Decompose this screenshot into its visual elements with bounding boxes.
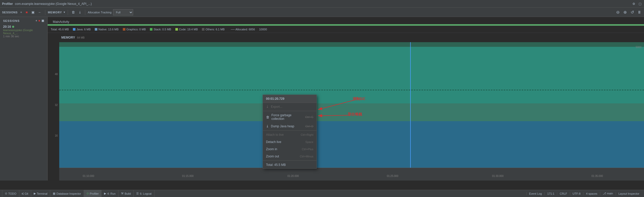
spaces-label: 4 spaces xyxy=(586,192,597,195)
status-layout-inspector[interactable]: Layout Inspector xyxy=(616,192,642,195)
context-menu-zoom-in[interactable]: Zoom in Ctrl+Plus xyxy=(263,146,316,153)
allocation-select[interactable]: Full Sampled None xyxy=(113,9,133,15)
run-icon: ▶ xyxy=(104,192,106,195)
status-todo[interactable]: ⊙ TODO xyxy=(2,190,19,197)
pause-icon[interactable]: ⏸ xyxy=(637,10,642,15)
session-item[interactable]: 20:16 learneassyjoke (Google Nexus_4_...… xyxy=(0,23,47,39)
export-button[interactable]: ⤓ xyxy=(78,10,82,15)
clone-button[interactable]: ▣ xyxy=(30,10,36,15)
todo-icon: ⊙ xyxy=(5,192,7,195)
green-activity-bar xyxy=(48,24,644,26)
java-label: Java: 6 MB xyxy=(76,28,91,31)
status-event-log[interactable]: Event Log xyxy=(526,192,545,195)
chart-top-strip xyxy=(59,42,644,47)
profile-area: MainActivity Total: 45.6 MB Java: 6 MB N… xyxy=(48,17,644,181)
context-divider-2 xyxy=(263,130,316,131)
run-label: 4: Run xyxy=(107,192,115,195)
context-menu-export[interactable]: ⤓ Export... xyxy=(263,103,316,110)
status-logcat[interactable]: ☰ 6: Logcat xyxy=(134,190,154,197)
right-label-5000: 5000 xyxy=(636,46,641,49)
title-bar: Profiler com.example.learneassyjoke (Goo… xyxy=(0,0,644,8)
context-divider-1 xyxy=(263,111,316,111)
graphics-label: Graphics: 0 MB xyxy=(126,28,146,31)
context-menu-attach[interactable]: Attach to live Ctrl+Right xyxy=(263,131,316,138)
build-label: Build xyxy=(125,192,131,195)
status-build[interactable]: ⚒ Build xyxy=(118,190,134,197)
separator-1 xyxy=(45,10,45,15)
tick-2: 01:15.000 xyxy=(182,175,194,177)
context-menu-dump[interactable]: ⤓ Dump Java heap Ctrl+D xyxy=(263,122,316,130)
status-position[interactable]: 171:1 xyxy=(544,192,557,195)
native-stat: Native: 13.6 MB xyxy=(95,28,118,31)
context-menu-detach[interactable]: Detach live Space xyxy=(263,138,316,146)
allocation-tracking-label: Allocation Tracking xyxy=(88,11,111,14)
y-label-32: 32 xyxy=(48,104,59,106)
back-button[interactable]: ← xyxy=(37,10,42,15)
gc-menu-icon: 🗑 xyxy=(266,115,269,119)
status-crlf[interactable]: CRLF xyxy=(557,192,570,195)
memory-sub: 64 MB xyxy=(77,36,85,39)
zoom-out-shortcut: Ctrl+Minus xyxy=(300,155,313,158)
zoom-out-label: Zoom out xyxy=(266,155,279,158)
add-session-button[interactable]: + xyxy=(19,10,23,15)
status-terminal[interactable]: ▶ Terminal xyxy=(31,190,50,197)
terminal-label: Terminal xyxy=(37,192,48,195)
chart-container[interactable]: 48 32 16 MEMORY 64 MB xyxy=(48,33,644,181)
status-git[interactable]: ⑆ Git xyxy=(19,190,31,197)
sidebar-header-icons: + ■ ▣ xyxy=(36,19,44,22)
others-stat: Others: 6.1 MB xyxy=(202,28,225,31)
allocated-stat: ── Allocated: 6856 xyxy=(231,28,255,31)
status-db-inspector[interactable]: ▦ Database Inspector xyxy=(50,190,84,197)
status-main-branch[interactable]: ⎇ main xyxy=(600,192,616,195)
status-profiler[interactable]: ⊙ Profiler xyxy=(84,190,102,197)
charset-label: UTF-8 xyxy=(573,192,581,195)
total-stat: Total: 45.6 MB xyxy=(51,28,69,31)
separator-2 xyxy=(68,10,68,15)
git-icon: ⑆ xyxy=(22,192,24,195)
sidebar-add-icon[interactable]: + xyxy=(36,19,37,22)
sidebar-clone-icon[interactable]: ▣ xyxy=(41,19,44,22)
context-menu-gc[interactable]: 🗑 Force garbage collection Ctrl+G xyxy=(263,112,316,122)
refresh-icon[interactable]: ↺ xyxy=(630,10,635,15)
allocated-value: 10000 xyxy=(259,28,267,31)
attach-shortcut: Ctrl+Right xyxy=(301,133,313,136)
toolbar: SESSIONS + ■ ▣ ← MEMORY ▾ 🗑 ⤓ Allocation… xyxy=(0,8,644,17)
tick-6: 01:35.000 xyxy=(591,175,603,177)
stop-button[interactable]: ■ xyxy=(25,10,29,15)
session-name: learneassyjoke (Google Nexus_4_... xyxy=(3,29,44,35)
sidebar-sessions-label: SESSIONS xyxy=(3,19,20,22)
sidebar-stop-icon[interactable]: ■ xyxy=(38,19,40,22)
zoom-out-icon[interactable]: ⊖ xyxy=(615,10,620,15)
context-menu-zoom-out[interactable]: Zoom out Ctrl+Minus xyxy=(263,153,316,160)
tick-1: 01:10.000 xyxy=(83,175,94,177)
dashed-line xyxy=(59,90,644,90)
window-icon[interactable]: ▢ xyxy=(638,2,642,6)
context-menu-timestamp: 00:01:20.729 xyxy=(263,95,316,103)
profiler-label: Profiler xyxy=(90,192,99,195)
todo-label: TODO xyxy=(8,192,16,195)
others-label: Others: 6.1 MB xyxy=(205,28,225,31)
chart-bot-layer xyxy=(59,121,644,168)
gc-shortcut: Ctrl+G xyxy=(305,115,313,119)
memory-dropdown-icon: ▾ xyxy=(64,11,65,14)
status-spaces[interactable]: 4 spaces xyxy=(583,192,600,195)
settings-icon[interactable]: ⚙ xyxy=(632,2,636,6)
zoom-in-icon[interactable]: ⊕ xyxy=(622,10,628,15)
gc-label: Force garbage collection xyxy=(271,113,305,121)
delete-button[interactable]: 🗑 xyxy=(71,10,76,15)
code-label: Code: 19.4 MB xyxy=(179,28,198,31)
event-log-label: Event Log xyxy=(529,192,542,195)
crlf-label: CRLF xyxy=(560,192,567,195)
session-time: 20:16 xyxy=(3,25,44,29)
tick-4: 01:25.000 xyxy=(387,175,398,177)
memory-dropdown[interactable]: ▾ xyxy=(64,11,65,14)
sidebar-header: SESSIONS + ■ ▣ xyxy=(0,17,47,23)
waveform-area[interactable] xyxy=(59,42,644,168)
status-charset[interactable]: UTF-8 xyxy=(570,192,583,195)
zoom-in-shortcut: Ctrl+Plus xyxy=(302,148,313,151)
memory-info-row: MEMORY 64 MB xyxy=(59,33,644,42)
app-name: Profiler xyxy=(2,2,13,6)
toolbar-right: ⊖ ⊕ ↺ ⏸ xyxy=(615,10,642,15)
context-menu: 00:01:20.729 ⤓ Export... 🗑 Force garbage… xyxy=(263,95,317,169)
status-run[interactable]: ▶ 4: Run xyxy=(101,190,118,197)
